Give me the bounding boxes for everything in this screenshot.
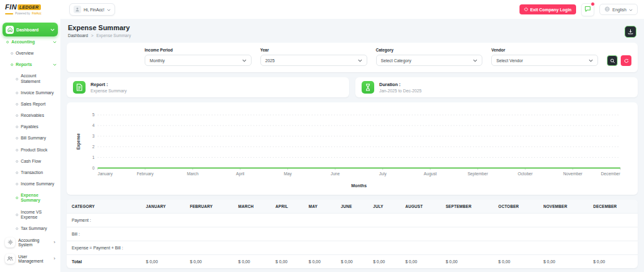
bullet-icon [16, 92, 18, 94]
sidebar-item-reports[interactable]: Reports [3, 59, 58, 70]
filter-select-year[interactable]: 2025 [260, 55, 367, 66]
filter-income-period: Income PeriodMonthly [145, 48, 252, 66]
sidebar-item-account-statement[interactable]: Account Statement [3, 70, 58, 87]
table-header-row: CATEGORYJANUARYFEBRUARYMARCHAPRILMAYJUNE… [67, 200, 638, 214]
sidebar-item-receivables[interactable]: Receivables [3, 110, 58, 121]
sidebar-item-sales-report[interactable]: Sales Report [3, 99, 58, 110]
chevron-down-icon [629, 8, 633, 12]
svg-text:Months: Months [352, 183, 367, 188]
user-menu[interactable]: Hi, FinAcc! [69, 3, 115, 16]
row-value [141, 227, 185, 241]
report-card-title: Report : [91, 82, 126, 87]
search-button[interactable] [607, 55, 618, 66]
row-value [233, 227, 270, 241]
row-value [441, 241, 494, 255]
row-value [141, 241, 185, 255]
column-header-february: FEBRUARY [185, 200, 233, 214]
sidebar-item-income-summary[interactable]: Income Summary [3, 178, 58, 190]
sidebar-item-label: Product Stock [21, 148, 57, 153]
sidebar-item-label: Cash Flow [21, 159, 57, 164]
filter-year: Year2025 [260, 48, 367, 66]
row-value: $ 0,00 [270, 255, 304, 269]
sidebar-item-income-vs-expense[interactable]: Income VS Expense [3, 207, 58, 223]
app-logo[interactable]: FIN LEDGER Powered by FinAcc [0, 0, 60, 19]
row-value: $ 0,00 [493, 255, 538, 269]
sidebar-item-bill-summary[interactable]: Bill Summary [3, 133, 58, 144]
breadcrumb-dashboard[interactable]: Dashboard [68, 33, 88, 38]
row-value [493, 227, 538, 241]
column-header-january: JANUARY [141, 200, 185, 214]
column-header-december: DECEMBER [588, 200, 638, 214]
notifications-button[interactable] [581, 3, 594, 16]
table-row-expense-payment-bill: Expense = Payment + Bill : [67, 241, 638, 255]
column-header-october: OCTOBER [493, 200, 538, 214]
download-button[interactable] [625, 26, 636, 38]
logo-tagline: Powered by FinAcc [5, 12, 55, 15]
row-value: $ 0,00 [185, 255, 233, 269]
filter-bar: Income PeriodMonthlyYear2025CategorySele… [67, 43, 638, 72]
exit-company-login-button[interactable]: Exit Company Login [519, 4, 576, 14]
sidebar-item-payables[interactable]: Payables [3, 121, 58, 133]
svg-text:2: 2 [92, 144, 95, 149]
filter-category: CategorySelect Category [376, 48, 483, 66]
gear-icon [5, 237, 15, 248]
bullet-icon [11, 52, 13, 55]
row-value [141, 214, 185, 227]
reset-button[interactable] [621, 55, 631, 66]
row-value [493, 214, 538, 227]
bullet-icon [16, 78, 18, 80]
column-header-august: AUGUST [400, 200, 440, 214]
expense-summary-table: CATEGORYJANUARYFEBRUARYMARCHAPRILMAYJUNE… [67, 200, 638, 268]
row-value [336, 214, 368, 227]
row-value [538, 241, 588, 255]
row-category: Bill : [67, 227, 141, 241]
svg-text:Expense: Expense [76, 133, 81, 150]
svg-text:April: April [236, 171, 245, 177]
filter-select-income-period[interactable]: Monthly [145, 55, 252, 66]
bullet-icon [16, 160, 18, 163]
sidebar-item-invoice-summary[interactable]: Invoice Summary [3, 87, 58, 99]
row-value: $ 0,00 [141, 255, 185, 269]
logo-text-ledger: LEDGER [18, 4, 41, 10]
svg-text:August: August [424, 171, 437, 177]
sidebar-item-overview[interactable]: Overview [3, 48, 58, 59]
page-content: Expense Summary Dashboard > Expense Summ… [60, 19, 644, 272]
sidebar-item-product-stock[interactable]: Product Stock [3, 144, 58, 156]
power-icon [524, 7, 528, 12]
sidebar-item-transaction[interactable]: Transaction [3, 167, 58, 178]
page-title: Expense Summary [68, 24, 131, 31]
users-icon [5, 254, 15, 264]
sidebar-item-accounting-system[interactable]: Accounting System › [3, 234, 58, 251]
sidebar-item-expense-summary[interactable]: Expense Summary [3, 190, 58, 206]
info-cards: Report : Expense Summary Duration : Jan-… [67, 77, 638, 97]
sidebar-item-user-management[interactable]: User Management › [3, 251, 58, 267]
language-selector[interactable]: English [599, 4, 638, 15]
report-card: Report : Expense Summary [67, 77, 349, 97]
sidebar-item-accounting[interactable]: Accounting [3, 36, 58, 48]
filter-select-category[interactable]: Select Category [376, 55, 483, 66]
bullet-icon [11, 63, 13, 66]
filter-label: Income Period [145, 48, 252, 52]
svg-text:5: 5 [92, 112, 95, 117]
row-value: $ 0,00 [368, 255, 400, 269]
row-value [304, 227, 336, 241]
hourglass-icon [362, 81, 374, 94]
expense-line-chart: 012345JanuaryFebruaryMarchAprilMayJuneJu… [74, 108, 630, 191]
sidebar-item-dashboard[interactable]: Dashboard [3, 23, 58, 36]
row-value [588, 214, 638, 227]
svg-text:November: November [563, 171, 582, 176]
filter-actions [607, 55, 631, 66]
sidebar-item-cash-flow[interactable]: Cash Flow [3, 156, 58, 167]
row-value: $ 0,00 [336, 255, 368, 269]
home-icon [6, 26, 14, 34]
sidebar-item-label: Bill Summary [21, 136, 57, 141]
row-value [441, 227, 494, 241]
svg-text:October: October [518, 171, 533, 176]
sidebar-item-tax-summary[interactable]: Tax Summary [3, 223, 58, 234]
globe-icon [604, 6, 610, 13]
filter-select-vendor[interactable]: Select Vendor [491, 55, 598, 66]
breadcrumb: Dashboard > Expense Summary [68, 33, 131, 38]
row-value [588, 241, 638, 255]
row-category: Expense = Payment + Bill : [67, 241, 141, 255]
filter-label: Vendor [491, 48, 598, 52]
